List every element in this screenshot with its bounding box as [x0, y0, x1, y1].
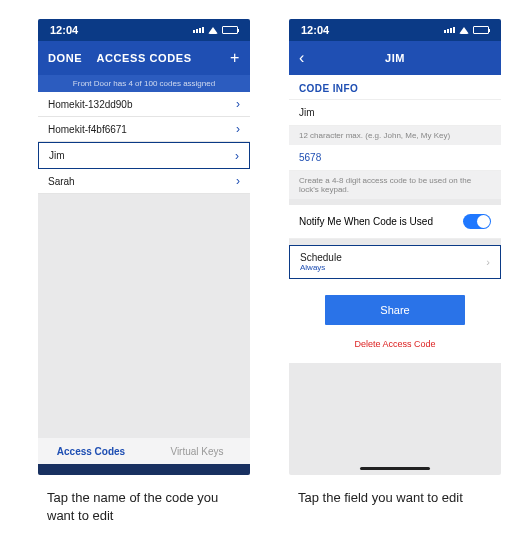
nav-title: JIM: [385, 52, 405, 64]
nav-title: ACCESS CODES: [96, 52, 191, 64]
notify-row[interactable]: Notify Me When Code is Used: [289, 205, 501, 239]
codes-count-strip: Front Door has 4 of 100 codes assigned: [38, 75, 250, 92]
list-item-label: Homekit-132dd90b: [48, 99, 133, 110]
codes-list: Homekit-132dd90b › Homekit-f4bf6671 › Ji…: [38, 92, 250, 194]
chevron-right-icon: ›: [486, 256, 490, 268]
phone-access-codes: 12:04 DONE ACCESS CODES + Front Door has…: [38, 19, 250, 475]
wifi-icon: [459, 27, 469, 34]
list-item[interactable]: Sarah ›: [38, 169, 250, 194]
phone-code-detail: 12:04 ‹ JIM CODE INFO Jim 12 character m…: [289, 19, 501, 475]
tab-bar: Access Codes Virtual Keys: [38, 438, 250, 464]
add-button[interactable]: +: [230, 49, 240, 67]
list-item-label: Jim: [49, 150, 65, 161]
tab-access-codes[interactable]: Access Codes: [38, 446, 144, 457]
status-icons: [193, 26, 238, 34]
code-hint: Create a 4-8 digit access code to be use…: [289, 171, 501, 199]
status-bar: 12:04: [289, 19, 501, 41]
nav-bar: ‹ JIM: [289, 41, 501, 75]
nav-bar: DONE ACCESS CODES +: [38, 41, 250, 75]
code-info-section: CODE INFO Jim 12 character max. (e.g. Jo…: [289, 75, 501, 363]
battery-icon: [473, 26, 489, 34]
share-button[interactable]: Share: [325, 295, 465, 325]
status-icons: [444, 26, 489, 34]
caption-left: Tap the name of the code you want to edi…: [47, 489, 247, 524]
status-time: 12:04: [50, 24, 78, 36]
chevron-right-icon: ›: [236, 122, 240, 136]
back-button[interactable]: ‹: [299, 49, 305, 67]
tab-virtual-keys[interactable]: Virtual Keys: [144, 446, 250, 457]
notify-toggle[interactable]: [463, 214, 491, 229]
section-title: CODE INFO: [289, 75, 501, 100]
caption-right: Tap the field you want to edit: [298, 489, 508, 507]
wifi-icon: [208, 27, 218, 34]
chevron-right-icon: ›: [236, 174, 240, 188]
schedule-label: Schedule: [300, 252, 342, 263]
battery-icon: [222, 26, 238, 34]
done-button[interactable]: DONE: [48, 52, 82, 64]
home-indicator: [360, 467, 430, 470]
signal-icon: [444, 27, 455, 33]
chevron-right-icon: ›: [235, 149, 239, 163]
name-hint: 12 character max. (e.g. John, Me, My Key…: [289, 126, 501, 145]
list-item[interactable]: Homekit-f4bf6671 ›: [38, 117, 250, 142]
list-item-label: Homekit-f4bf6671: [48, 124, 127, 135]
status-time: 12:04: [301, 24, 329, 36]
notify-label: Notify Me When Code is Used: [299, 216, 433, 227]
list-item[interactable]: Homekit-132dd90b ›: [38, 92, 250, 117]
status-bar: 12:04: [38, 19, 250, 41]
delete-link[interactable]: Delete Access Code: [289, 325, 501, 359]
bottom-bar: [38, 464, 250, 475]
code-field[interactable]: 5678: [289, 145, 501, 171]
signal-icon: [193, 27, 204, 33]
list-item[interactable]: Jim ›: [38, 142, 250, 169]
schedule-row[interactable]: Schedule Always ›: [289, 245, 501, 279]
list-item-label: Sarah: [48, 176, 75, 187]
schedule-value: Always: [300, 263, 342, 272]
chevron-right-icon: ›: [236, 97, 240, 111]
name-field[interactable]: Jim: [289, 100, 501, 126]
